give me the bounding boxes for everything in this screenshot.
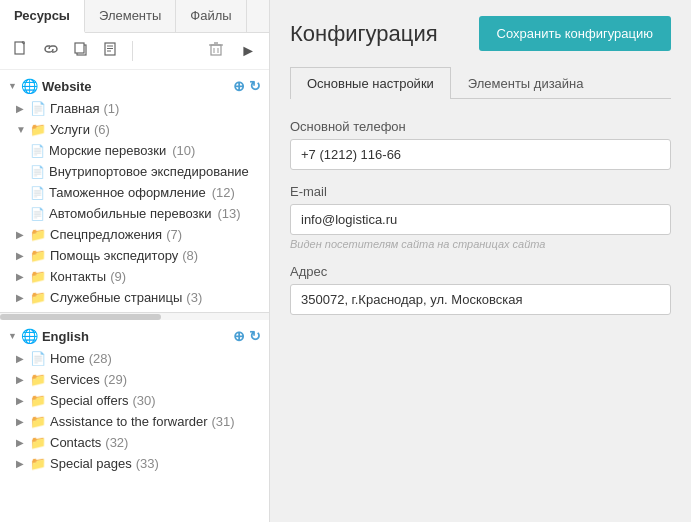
item-count: (30)	[133, 393, 156, 408]
phone-group: Основной телефон	[290, 119, 671, 170]
tab-elements[interactable]: Элементы	[85, 0, 176, 32]
tab-basic-settings[interactable]: Основные настройки	[290, 67, 451, 99]
item-count: (10)	[172, 143, 195, 158]
tab-design-elements[interactable]: Элементы дизайна	[451, 67, 601, 99]
svg-rect-0	[15, 42, 24, 54]
toggle-icon: ▶	[16, 271, 26, 282]
scroll-right-button[interactable]: ►	[235, 39, 261, 63]
item-label: Assistance to the forwarder	[50, 414, 208, 429]
website-section: ▼ 🌐 Website ⊕ ↻ ▶ 📄 Главная (1)	[0, 74, 269, 308]
email-hint: Виден посетителям сайта на страницах сай…	[290, 238, 671, 250]
svg-rect-9	[211, 45, 221, 55]
h-scrollbar[interactable]	[0, 312, 269, 320]
toggle-icon: ▶	[16, 395, 26, 406]
folder-icon: 📁	[30, 122, 46, 137]
doc-icon: 📄	[30, 207, 45, 221]
item-count: (29)	[104, 372, 127, 387]
item-label: Контакты	[50, 269, 106, 284]
item-label: Спецпредложения	[50, 227, 162, 242]
tree-item-sluzhebnye[interactable]: ▶ 📁 Служебные страницы (3)	[0, 287, 269, 308]
tab-resources[interactable]: Ресурсы	[0, 0, 85, 33]
email-input[interactable]	[290, 204, 671, 235]
tree-item-kontakty[interactable]: ▶ 📁 Контакты (9)	[0, 266, 269, 287]
item-label: Внутрипортовое экспедирование	[49, 164, 249, 179]
folder-icon: 📁	[30, 393, 46, 408]
item-label: Служебные страницы	[50, 290, 182, 305]
item-count: (28)	[89, 351, 112, 366]
english-label: English	[42, 329, 89, 344]
item-count: (12)	[212, 185, 235, 200]
english-globe-icon: 🌐	[21, 328, 38, 344]
toggle-icon: ▶	[16, 103, 26, 114]
toggle-icon: ▶	[16, 437, 26, 448]
resource-tree: ▼ 🌐 Website ⊕ ↻ ▶ 📄 Главная (1)	[0, 70, 269, 522]
doc-icon: 📄	[30, 101, 46, 116]
website-refresh-icon[interactable]: ↻	[249, 78, 261, 94]
item-label: Главная	[50, 101, 99, 116]
save-config-button[interactable]: Сохранить конфигурацию	[479, 16, 671, 51]
item-count: (3)	[186, 290, 202, 305]
folder-icon: 📁	[30, 290, 46, 305]
address-input[interactable]	[290, 284, 671, 315]
item-count: (6)	[94, 122, 110, 137]
tree-item-pomosh[interactable]: ▶ 📁 Помощь экспедитору (8)	[0, 245, 269, 266]
address-label: Адрес	[290, 264, 671, 279]
english-section-header[interactable]: ▼ 🌐 English ⊕ ↻	[0, 324, 269, 348]
tree-item-assistance[interactable]: ▶ 📁 Assistance to the forwarder (31)	[0, 411, 269, 432]
phone-input[interactable]	[290, 139, 671, 170]
right-header: Конфигурация Сохранить конфигурацию	[290, 16, 671, 51]
toggle-icon: ▶	[16, 292, 26, 303]
doc-icon: 📄	[30, 186, 45, 200]
tree-item-vnutri[interactable]: 📄 Внутрипортовое экспедирование	[30, 161, 269, 182]
tree-item-services[interactable]: ▶ 📁 Services (29)	[0, 369, 269, 390]
link-button[interactable]	[38, 38, 64, 64]
website-label: Website	[42, 79, 92, 94]
tree-item-contacts[interactable]: ▶ 📁 Contacts (32)	[0, 432, 269, 453]
doc-icon: 📄	[30, 165, 45, 179]
toggle-icon: ▶	[16, 416, 26, 427]
folder-icon: 📁	[30, 414, 46, 429]
tree-item-glavnaya[interactable]: ▶ 📄 Главная (1)	[0, 98, 269, 119]
copy-button[interactable]	[68, 38, 94, 64]
tree-item-tamozhennoe[interactable]: 📄 Таможенное оформление (12)	[30, 182, 269, 203]
item-count: (1)	[103, 101, 119, 116]
toggle-icon: ▶	[16, 250, 26, 261]
tree-item-morskie[interactable]: 📄 Морские перевозки (10)	[30, 140, 269, 161]
right-panel: Конфигурация Сохранить конфигурацию Осно…	[270, 0, 691, 522]
new-doc-button[interactable]	[8, 38, 34, 64]
website-section-header[interactable]: ▼ 🌐 Website ⊕ ↻	[0, 74, 269, 98]
item-count: (7)	[166, 227, 182, 242]
item-label: Таможенное оформление	[49, 185, 206, 200]
item-label: Услуги	[50, 122, 90, 137]
item-label: Services	[50, 372, 100, 387]
tab-files[interactable]: Файлы	[176, 0, 246, 32]
english-section: ▼ 🌐 English ⊕ ↻ ▶ 📄 Home (28)	[0, 324, 269, 474]
website-add-icon[interactable]: ⊕	[233, 78, 245, 94]
item-label: Contacts	[50, 435, 101, 450]
folder-icon: 📁	[30, 269, 46, 284]
item-label: Home	[50, 351, 85, 366]
tree-item-home[interactable]: ▶ 📄 Home (28)	[0, 348, 269, 369]
tree-item-specpred[interactable]: ▶ 📁 Спецпредложения (7)	[0, 224, 269, 245]
item-label: Морские перевозки	[49, 143, 166, 158]
website-actions: ⊕ ↻	[233, 78, 261, 94]
edit-button[interactable]	[98, 38, 124, 64]
tree-item-uslugi[interactable]: ▼ 📁 Услуги (6)	[0, 119, 269, 140]
folder-icon: 📁	[30, 456, 46, 471]
toolbar-separator	[132, 41, 133, 61]
item-count: (33)	[136, 456, 159, 471]
english-refresh-icon[interactable]: ↻	[249, 328, 261, 344]
toggle-icon: ▶	[16, 353, 26, 364]
page-title: Конфигурация	[290, 21, 438, 47]
item-label: Special pages	[50, 456, 132, 471]
tree-item-special-pages[interactable]: ▶ 📁 Special pages (33)	[0, 453, 269, 474]
english-add-icon[interactable]: ⊕	[233, 328, 245, 344]
tree-toolbar: ►	[0, 33, 269, 70]
delete-button[interactable]	[203, 38, 229, 64]
tree-item-special-offers[interactable]: ▶ 📁 Special offers (30)	[0, 390, 269, 411]
item-count: (8)	[182, 248, 198, 263]
tree-item-avtomobilnye[interactable]: 📄 Автомобильные перевозки (13)	[30, 203, 269, 224]
svg-rect-4	[75, 43, 84, 53]
item-count: (13)	[217, 206, 240, 221]
english-collapse-icon: ▼	[8, 331, 17, 341]
